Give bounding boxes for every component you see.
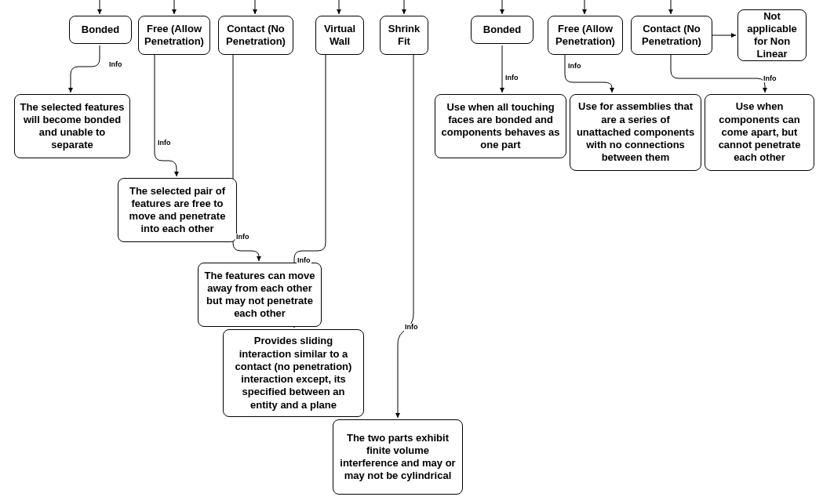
info-text: Use when all touching faces are bonded a… <box>440 101 561 152</box>
node-label: Not applicable for Non Linear <box>743 10 801 61</box>
edge-label-info: Info <box>504 74 519 82</box>
infobox-left-free: The selected pair of features are free t… <box>118 178 237 242</box>
edge-label-info: Info <box>157 140 172 147</box>
info-text: The features can move away from each oth… <box>203 270 316 321</box>
edge-label-info: Info <box>567 63 582 70</box>
info-text: Use for assemblies that are a series of … <box>575 100 696 164</box>
info-text: The selected pair of features are free t… <box>123 185 231 236</box>
node-label: Shrink Fit <box>385 23 423 49</box>
infobox-right-bonded: Use when all touching faces are bonded a… <box>435 94 566 158</box>
infobox-left-contact: The features can move away from each oth… <box>198 263 322 327</box>
edge-label-info: Info <box>404 324 419 331</box>
node-right-free: Free (Allow Penetration) <box>548 16 623 55</box>
infobox-right-contact: Use when components can come apart, but … <box>705 94 814 171</box>
node-label: Virtual Wall <box>321 23 359 49</box>
node-left-free: Free (Allow Penetration) <box>138 16 210 55</box>
node-left-contact: Contact (No Penetration) <box>218 16 293 55</box>
node-left-shrink: Shrink Fit <box>380 16 428 55</box>
node-label: Free (Allow Penetration) <box>553 23 617 49</box>
infobox-right-free: Use for assemblies that are a series of … <box>570 94 701 171</box>
edge-label-info: Info <box>297 257 311 264</box>
node-label: Bonded <box>82 24 119 36</box>
infobox-left-shrink: The two parts exhibit finite volume inte… <box>333 419 463 495</box>
edge-label-info: Info <box>235 234 250 241</box>
node-right-bonded: Bonded <box>471 16 533 44</box>
node-label: Free (Allow Penetration) <box>144 23 205 49</box>
node-left-virtual: Virtual Wall <box>315 16 364 55</box>
info-text: The selected features will become bonded… <box>20 101 125 152</box>
edge-label-info: Info <box>108 61 123 68</box>
info-text: The two parts exhibit finite volume inte… <box>338 432 457 483</box>
infobox-left-bonded: The selected features will become bonded… <box>14 94 130 158</box>
info-text: Provides sliding interaction similar to … <box>228 335 359 412</box>
node-label: Contact (No Penetration) <box>224 23 288 49</box>
node-label: Bonded <box>483 24 521 36</box>
edge-label-info: Info <box>763 75 777 82</box>
node-label: Contact (No Penetration) <box>636 23 707 49</box>
node-left-bonded: Bonded <box>69 16 132 44</box>
node-right-contact: Contact (No Penetration) <box>631 16 712 55</box>
diagram-canvas: Bonded Free (Allow Penetration) Contact … <box>0 0 823 504</box>
info-text: Use when components can come apart, but … <box>710 100 809 164</box>
infobox-left-virtual: Provides sliding interaction similar to … <box>223 329 364 417</box>
node-right-na: Not applicable for Non Linear <box>737 9 807 61</box>
